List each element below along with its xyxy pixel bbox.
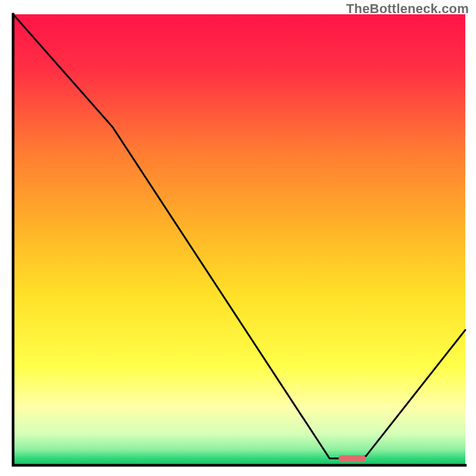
optimal-point-marker [339, 455, 366, 462]
chart-container: TheBottleneck.com [0, 0, 476, 476]
plot-background [13, 14, 465, 465]
watermark-text: TheBottleneck.com [346, 1, 469, 17]
bottleneck-chart [0, 0, 476, 476]
